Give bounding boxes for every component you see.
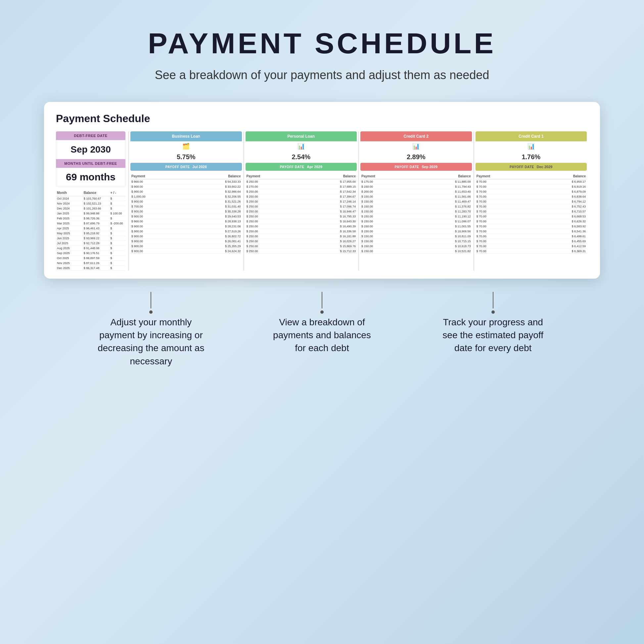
- table-row: $ 70.00$ 6,541.36: [476, 229, 587, 234]
- table-row: $ 900.00$ 26,081.41: [130, 239, 242, 244]
- cc2-payoff-date: Sep 2029: [422, 165, 437, 169]
- table-row: $ 900.00$ 29,640.53: [130, 214, 242, 219]
- table-row: Nov 2024$ 102,521.23$: [56, 201, 125, 206]
- annotation-left: Adjust your monthly payment by increasin…: [95, 292, 207, 368]
- business-loan-rows: $ 900.00$ 54,333.33$ 900.00$ 33,662.22$ …: [130, 179, 242, 254]
- table-row: $ 700.00$ 31,031.40: [130, 204, 242, 209]
- personal-loan-icon: 📊: [246, 143, 357, 150]
- cc1-rows: $ 70.00$ 6,959.17$ 70.00$ 6,919.16$ 70.0…: [476, 179, 587, 254]
- table-row: $ 900.00$ 30,338.28: [130, 209, 242, 214]
- table-row: $ 70.00$ 6,752.43: [476, 204, 587, 209]
- table-row: Jul 2025$ 92,712.28$: [56, 241, 125, 246]
- table-row: $ 150.00$ 10,811.09: [360, 234, 472, 239]
- table-row: Dec 2025$ 86,317.48$: [56, 266, 125, 271]
- table-row: $ 900.00$ 54,333.33: [130, 179, 242, 184]
- table-row: $ 900.00$ 25,355.29: [130, 244, 242, 249]
- business-loan-icon: 🗂️: [130, 143, 242, 150]
- table-row: $ 250.00$ 16,643.30: [246, 219, 357, 224]
- table-row: $ 150.00$ 11,096.07: [360, 219, 472, 224]
- personal-loan-rate: 2.54%: [246, 151, 357, 163]
- table-row: $ 250.00$ 15,712.33: [246, 249, 357, 254]
- left-th-month: Month: [56, 190, 83, 196]
- business-th-payment: Payment: [130, 173, 186, 179]
- cc2-rows: $ 175.00$ 11,885.00$ 150.00$ 11,794.43$ …: [360, 179, 472, 254]
- table-row: $ 200.00$ 11,653.40: [360, 189, 472, 194]
- table-row: $ 250.00$ 16,026.27: [246, 239, 357, 244]
- table-row: $ 150.00$ 11,376.82: [360, 204, 472, 209]
- table-row: $ 900.00$ 27,519.26: [130, 229, 242, 234]
- table-row: $ 150.00$ 10,906.56: [360, 229, 472, 234]
- table-row: $ 250.00$ 17,542.34: [246, 189, 357, 194]
- table-row: $ 150.00$ 11,001.55: [360, 224, 472, 229]
- table-row: Jun 2025$ 93,969.22$: [56, 236, 125, 241]
- personal-loan-payoff-label: PAYOFF DATE: [280, 165, 304, 169]
- table-row: $ 70.00$ 6,498.61: [476, 234, 587, 239]
- table-row: $ 900.00$ 28,938.13: [130, 219, 242, 224]
- table-row: $ 150.00$ 10,715.15: [360, 239, 472, 244]
- cc1-header: Credit Card 1: [476, 131, 587, 141]
- table-row: Dec 2024$ 101,263.66$: [56, 206, 125, 211]
- table-row: $ 70.00$ 6,879.09: [476, 189, 587, 194]
- annotation-right: Track your progress and see the estimate…: [437, 292, 549, 368]
- table-row: $ 70.00$ 6,412.59: [476, 244, 587, 249]
- table-row: $ 150.00$ 10,521.82: [360, 249, 472, 254]
- table-row: $ 175.00$ 11,885.00: [360, 179, 472, 184]
- cc1-payoff-label: PAYOFF DATE: [510, 165, 534, 169]
- table-row: $ 250.00$ 17,096.74: [246, 204, 357, 209]
- table-row: Oct 2025$ 88,897.59$: [56, 256, 125, 261]
- table-row: $ 900.00$ 32,986.64: [130, 189, 242, 194]
- cc2-rate: 2.89%: [360, 151, 472, 163]
- cc2-icon: 📊: [360, 143, 472, 150]
- cc1-th-payment: Payment: [476, 173, 531, 179]
- table-row: $ 70.00$ 6,710.57: [476, 209, 587, 214]
- table-row: $ 250.00$ 17,394.67: [246, 194, 357, 199]
- table-row: $ 250.00$ 17,246.14: [246, 199, 357, 204]
- annotation-center-text: View a breakdown of payments and balance…: [269, 316, 375, 355]
- table-row: $ 70.00$ 6,794.12: [476, 199, 587, 204]
- business-loan-payoff-label: PAYOFF DATE: [165, 165, 190, 169]
- table-row: $ 150.00$ 11,794.43: [360, 184, 472, 189]
- debt-free-label: DEBT-FREE DATE: [56, 131, 125, 140]
- payment-schedule-card: Payment Schedule DEBT-FREE DATE Sep 2030…: [44, 102, 600, 279]
- table-row: $ 1,000.00$ 32,206.55: [130, 194, 242, 199]
- cc1-payoff-date: Dec 2029: [537, 165, 553, 169]
- personal-loan-rows: $ 250.00$ 17,955.00$ 270.00$ 17,689.15$ …: [246, 179, 357, 254]
- table-row: $ 70.00$ 6,369.31: [476, 249, 587, 254]
- table-row: Jan 2025$ 99,948.86$ 100.00: [56, 211, 125, 216]
- table-row: $ 70.00$ 6,919.16: [476, 184, 587, 189]
- cc1-icon: 📊: [476, 143, 587, 150]
- table-row: Mar 2025$ 97,696.79$ -200.00: [56, 221, 125, 226]
- annotation-center: View a breakdown of payments and balance…: [269, 292, 375, 368]
- table-row: Sep 2025$ 90,176.51$: [56, 251, 125, 256]
- table-row: $ 250.00$ 16,181.88: [246, 234, 357, 239]
- table-row: $ 70.00$ 6,668.53: [476, 214, 587, 219]
- table-row: $ 150.00$ 11,469.47: [360, 199, 472, 204]
- page-subtitle: See a breakdown of your payments and adj…: [155, 68, 489, 82]
- table-row: $ 900.00$ 31,521.26: [130, 199, 242, 204]
- cc1-rate: 1.76%: [476, 151, 587, 163]
- table-row: $ 900.00$ 33,662.22: [130, 184, 242, 189]
- personal-loan-header: Personal Loan: [246, 131, 357, 141]
- table-row: Apr 2025$ 96,461.43$: [56, 226, 125, 231]
- table-row: $ 250.00$ 16,795.33: [246, 214, 357, 219]
- table-row: $ 900.00$ 28,231.06: [130, 224, 242, 229]
- table-row: $ 70.00$ 6,583.92: [476, 224, 587, 229]
- table-row: $ 150.00$ 11,561.66: [360, 194, 472, 199]
- cc2-payoff-label: PAYOFF DATE: [395, 165, 419, 169]
- cc2-th-payment: Payment: [360, 173, 416, 179]
- business-th-balance: Balance: [186, 173, 242, 179]
- months-until-label: MONTHS UNTIL DEBT-FREE: [56, 159, 125, 168]
- annotation-right-text: Track your progress and see the estimate…: [437, 316, 549, 355]
- personal-th-balance: Balance: [301, 173, 357, 179]
- business-loan-header: Business Loan: [130, 131, 242, 141]
- table-row: $ 150.00$ 11,283.70: [360, 209, 472, 214]
- page-title: PAYMENT SCHEDULE: [148, 26, 496, 60]
- table-row: $ 70.00$ 6,838.64: [476, 194, 587, 199]
- debt-free-date: Sep 2030: [56, 140, 125, 159]
- left-th-adj: + / -: [110, 190, 125, 196]
- table-row: $ 250.00$ 16,946.47: [246, 209, 357, 214]
- table-row: $ 150.00$ 11,190.12: [360, 214, 472, 219]
- business-loan-rate: 5.75%: [130, 151, 242, 163]
- cc2-header: Credit Card 2: [360, 131, 472, 141]
- table-row: $ 70.00$ 6,959.17: [476, 179, 587, 184]
